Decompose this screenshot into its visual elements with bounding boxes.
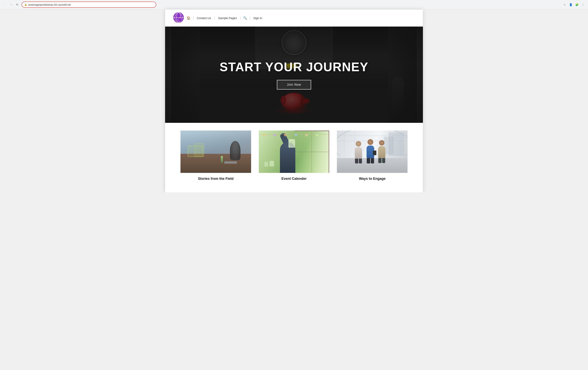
lock-icon: 🔒 bbox=[24, 3, 27, 6]
url-text: powerappsportalsetup.z01.azurefd.net bbox=[28, 3, 71, 6]
card-image-engage[interactable] bbox=[337, 131, 408, 173]
site-header: ↓ 🏠 | Contact Us | Sample Pages | 🔍 | Si… bbox=[165, 10, 423, 27]
profile-button[interactable]: 👤 bbox=[568, 2, 573, 7]
address-bar[interactable]: 🔒 powerappsportalsetup.z01.azurefd.net bbox=[21, 1, 156, 8]
browser-actions: ☆ 👤 🧩 ⋮ bbox=[562, 2, 586, 7]
back-button[interactable]: ← bbox=[2, 2, 8, 7]
signin-link[interactable]: Sign in bbox=[250, 15, 265, 21]
hero-title: START YOUR JOURNEY bbox=[220, 60, 368, 74]
card-label-stories: Stories from the Field bbox=[198, 177, 234, 181]
card-label-events: Event Calender bbox=[281, 177, 306, 181]
bookmark-button[interactable]: ☆ bbox=[562, 2, 567, 7]
hero-content: START YOUR JOURNEY Join Now bbox=[220, 60, 368, 89]
forward-button[interactable]: → bbox=[9, 2, 14, 7]
nav-sample-pages[interactable]: Sample Pages bbox=[215, 15, 240, 21]
home-icon[interactable]: 🏠 bbox=[184, 15, 193, 21]
svg-text:↓: ↓ bbox=[180, 19, 181, 21]
card-image-stories[interactable] bbox=[180, 131, 251, 173]
hero-section: START YOUR JOURNEY Join Now bbox=[165, 27, 423, 123]
card-image-events[interactable] bbox=[259, 131, 329, 173]
nav-contact-us[interactable]: Contact Us bbox=[194, 15, 214, 21]
search-icon[interactable]: 🔍 bbox=[241, 15, 249, 21]
browser-nav-buttons: ← → ↻ bbox=[2, 2, 20, 7]
website: ↓ 🏠 | Contact Us | Sample Pages | 🔍 | Si… bbox=[165, 10, 423, 192]
site-nav: 🏠 | Contact Us | Sample Pages | 🔍 | Sign… bbox=[184, 15, 265, 21]
cards-section: Stories from the Field bbox=[165, 123, 423, 192]
card-events: Event Calender bbox=[259, 131, 329, 181]
reload-button[interactable]: ↻ bbox=[15, 2, 20, 7]
join-now-button[interactable]: Join Now bbox=[277, 80, 311, 89]
site-logo[interactable]: ↓ bbox=[173, 12, 184, 24]
card-engage: Ways to Engage bbox=[337, 131, 408, 181]
browser-chrome: ← → ↻ 🔒 powerappsportalsetup.z01.azurefd… bbox=[0, 0, 588, 10]
extensions-button[interactable]: 🧩 bbox=[574, 2, 579, 7]
card-stories: Stories from the Field bbox=[180, 131, 251, 181]
card-label-engage: Ways to Engage bbox=[359, 177, 386, 181]
more-button[interactable]: ⋮ bbox=[580, 2, 586, 7]
